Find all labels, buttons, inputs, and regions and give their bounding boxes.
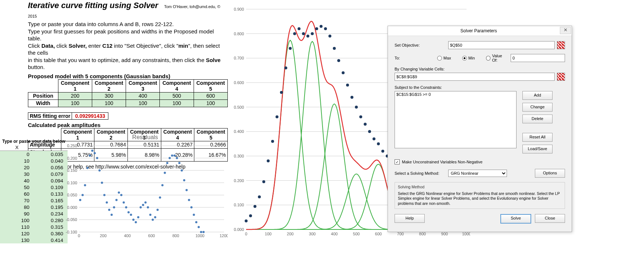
load-save-button[interactable]: Load/Save xyxy=(522,145,553,153)
svg-point-41 xyxy=(123,201,125,203)
t: Click xyxy=(28,43,42,49)
svg-text:600: 600 xyxy=(148,233,155,238)
x-cell[interactable]: 90 xyxy=(0,210,34,217)
method-label: Select a Solving Method: xyxy=(395,171,446,175)
set-objective-input[interactable] xyxy=(448,41,555,49)
cell[interactable]: 100 xyxy=(58,99,92,107)
cell[interactable]: 300 xyxy=(92,92,126,99)
radio-min[interactable]: Min xyxy=(462,56,475,61)
radio-max[interactable]: Max xyxy=(437,56,451,61)
svg-point-64 xyxy=(178,162,180,164)
svg-point-137 xyxy=(381,150,384,153)
x-cell[interactable]: 100 xyxy=(0,217,34,224)
svg-point-106 xyxy=(245,220,248,222)
cell[interactable]: 200 xyxy=(58,92,92,99)
dialog-titlebar[interactable]: Solver Parameters ✕ xyxy=(388,26,572,36)
x-cell[interactable]: 130 xyxy=(0,237,34,243)
by-changing-input[interactable] xyxy=(395,73,555,81)
x-cell[interactable]: 50 xyxy=(0,184,34,191)
constraints-list[interactable]: $C$15:$G$15 >= 0 xyxy=(395,91,517,148)
x-cell[interactable]: 70 xyxy=(0,197,34,204)
close-button[interactable]: Close xyxy=(535,214,565,223)
options-button[interactable]: Options xyxy=(535,169,565,178)
add-button[interactable]: Add xyxy=(522,91,553,100)
svg-text:900: 900 xyxy=(441,232,448,236)
cell[interactable]: 100 xyxy=(92,99,126,107)
solving-method-select[interactable]: GRG Nonlinear xyxy=(448,170,507,177)
x-cell[interactable]: 40 xyxy=(0,177,34,184)
residuals-title: Residuals xyxy=(62,134,228,142)
x-cell[interactable]: 120 xyxy=(0,230,34,237)
svg-point-65 xyxy=(181,169,183,171)
svg-point-27 xyxy=(89,155,91,157)
t: C12 xyxy=(102,43,113,49)
x-cell[interactable]: 0 xyxy=(0,151,34,158)
cell[interactable]: 100 xyxy=(194,99,227,107)
svg-point-26 xyxy=(86,167,89,169)
t: button. xyxy=(28,64,45,70)
change-button[interactable]: Change xyxy=(522,103,553,112)
svg-text:0.000: 0.000 xyxy=(234,227,244,232)
svg-point-124 xyxy=(324,27,327,30)
x-cell[interactable]: 110 xyxy=(0,224,34,230)
value-of-input[interactable] xyxy=(511,54,565,62)
cell[interactable]: 400 xyxy=(126,92,160,99)
solver-dialog: Solver Parameters ✕ Set Objective: To: M… xyxy=(388,26,572,232)
close-icon[interactable]: ✕ xyxy=(560,27,571,34)
t: min xyxy=(179,43,188,49)
svg-point-23 xyxy=(79,199,81,201)
svg-text:0.150: 0.150 xyxy=(67,168,77,173)
svg-point-110 xyxy=(262,180,265,183)
svg-point-45 xyxy=(132,218,134,221)
cell[interactable]: 100 xyxy=(160,99,194,107)
svg-point-74 xyxy=(202,231,205,233)
constraint-item[interactable]: $C$15:$G$15 >= 0 xyxy=(396,92,515,97)
help-button[interactable]: Help xyxy=(395,214,425,223)
row-width: Width xyxy=(28,99,58,107)
instr-line-1: Type or paste your data into columns A a… xyxy=(28,21,174,27)
t: into "Set Objective", click " xyxy=(112,43,178,49)
title-text: Iterative curve fitting using Solver xyxy=(28,1,158,10)
solve-button[interactable]: Solve xyxy=(500,214,531,224)
method-description-box: Solving Method Select the GRG Nonlinear … xyxy=(395,182,565,209)
x-cell[interactable]: 60 xyxy=(0,191,34,197)
svg-point-28 xyxy=(91,149,93,152)
nonneg-checkbox[interactable]: ✓ xyxy=(395,159,400,164)
set-objective-label: Set Objective: xyxy=(395,43,446,47)
x-cell[interactable]: 10 xyxy=(0,157,34,164)
range-picker-icon[interactable] xyxy=(557,73,565,81)
svg-point-126 xyxy=(333,47,336,50)
cell[interactable]: 600 xyxy=(194,92,227,99)
svg-point-50 xyxy=(144,201,147,203)
reset-all-button[interactable]: Reset All xyxy=(522,133,553,142)
radio-min-label: Min xyxy=(468,56,475,60)
svg-point-32 xyxy=(101,182,103,184)
x-cell[interactable]: 80 xyxy=(0,204,34,210)
cell[interactable]: 100 xyxy=(126,99,160,107)
col-hdr: Component 5 xyxy=(194,79,227,92)
delete-button[interactable]: Delete xyxy=(522,115,553,123)
t: Solve xyxy=(206,57,220,63)
col-hdr: Component 1 xyxy=(58,79,92,92)
svg-point-35 xyxy=(108,209,110,211)
svg-text:700: 700 xyxy=(397,232,404,236)
method-desc-head: Solving Method xyxy=(398,185,562,190)
t: in this table that you want to optimize,… xyxy=(28,57,206,63)
data-prompt: Type or paste your data below xyxy=(2,139,65,144)
svg-text:1000: 1000 xyxy=(195,233,204,238)
dialog-title: Solver Parameters xyxy=(460,28,497,33)
rms-row: RMS fitting error0.092991433 xyxy=(28,112,228,120)
col-x: X xyxy=(0,144,34,151)
radio-valueof[interactable]: Value Of: xyxy=(486,54,508,62)
svg-text:200: 200 xyxy=(100,233,107,238)
range-picker-icon[interactable] xyxy=(557,41,565,49)
svg-text:0.900: 0.900 xyxy=(234,7,244,11)
proposed-model-table: Component 1 Component 2 Component 3 Comp… xyxy=(28,79,228,107)
t: enter xyxy=(87,43,102,49)
x-cell[interactable]: 30 xyxy=(0,171,34,177)
cell[interactable]: 500 xyxy=(160,92,194,99)
svg-point-69 xyxy=(190,206,193,209)
x-cell[interactable]: 20 xyxy=(0,164,34,171)
svg-text:800: 800 xyxy=(172,233,179,238)
instr-line-2: Type your first guesses for peak positio… xyxy=(28,28,214,42)
